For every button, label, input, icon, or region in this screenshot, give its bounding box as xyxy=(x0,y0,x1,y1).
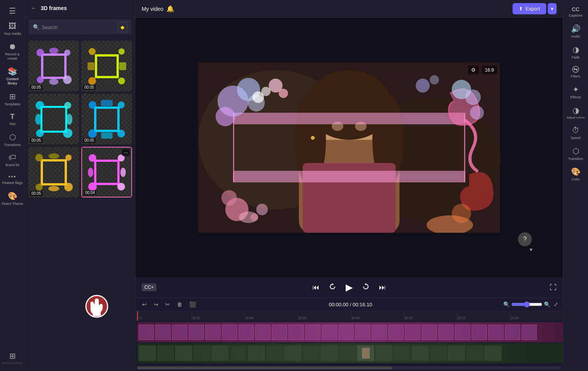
frame-item-2[interactable]: 00:05 xyxy=(81,41,132,91)
sidebar-item-menu[interactable]: ☰ xyxy=(0,3,25,19)
svg-point-33 xyxy=(48,153,59,159)
zoom-out-button[interactable]: 🔍 xyxy=(503,301,510,307)
collapse-down-button[interactable]: ▼ xyxy=(529,247,533,252)
svg-point-11 xyxy=(118,77,125,84)
right-sidebar-item-filters[interactable]: Filters xyxy=(563,62,588,82)
cut-button[interactable]: ✂ xyxy=(163,300,172,309)
svg-point-23 xyxy=(118,101,125,108)
search-icon: 🔍 xyxy=(33,24,39,30)
svg-rect-53 xyxy=(303,163,396,233)
sidebar-item-label: Transitions xyxy=(4,143,21,147)
frame-item-6[interactable]: ··· 00:04 Add to timeline xyxy=(81,147,132,198)
redo-button[interactable]: ↪ xyxy=(152,300,160,309)
export-icon: ⬆ xyxy=(519,6,523,12)
right-sidebar-item-captions[interactable]: CC Captions xyxy=(563,3,588,21)
left-sidebar: ☰ 🖼 Your media ⏺ Record & create 📚 Conte… xyxy=(0,0,25,371)
svg-point-32 xyxy=(64,183,73,191)
frame-item-5[interactable]: 00:05 xyxy=(28,147,79,198)
search-input[interactable] xyxy=(42,24,115,30)
svg-point-9 xyxy=(118,48,125,55)
timeline-ruler: 0 |0:02 |0:04 |0:06 |0:08 |0:10 |0:12 |0… xyxy=(135,311,563,321)
sidebar-item-templates[interactable]: ⊞ Templates xyxy=(0,89,25,110)
expand-timeline-button[interactable]: ⤢ xyxy=(554,301,558,307)
svg-rect-35 xyxy=(95,161,118,184)
right-sidebar-item-color[interactable]: 🎨 Color xyxy=(563,164,588,185)
svg-rect-12 xyxy=(87,62,94,70)
frame-more-button[interactable]: ··· xyxy=(122,149,130,156)
cc-button[interactable]: CC+ xyxy=(142,283,156,291)
play-button[interactable]: ▶ xyxy=(344,280,354,294)
right-sidebar-label: Fade xyxy=(572,55,580,60)
svg-point-82 xyxy=(574,69,575,70)
export-button[interactable]: ⬆ Export xyxy=(513,3,546,14)
track-cell-video[interactable] xyxy=(137,343,563,363)
right-sidebar-item-transition[interactable]: ⬡ Transition xyxy=(563,143,588,164)
timeline-tracks xyxy=(135,321,563,365)
right-sidebar-item-effects[interactable]: ✦ Effects xyxy=(563,82,588,103)
svg-point-25 xyxy=(117,130,125,137)
playhead[interactable] xyxy=(137,311,138,321)
sidebar-item-more[interactable]: ••• Feature flags xyxy=(0,170,25,188)
timeline-area: ↩ ↪ ✂ 🗑 ⬛ 00:00.00 / 00:16.10 🔍 🔍 ⤢ 0 |0… xyxy=(135,297,563,371)
ruler-mark-7: |0:14 xyxy=(510,311,563,321)
frame-item-3[interactable]: 00:05 xyxy=(28,94,79,144)
audio-icon: 🔊 xyxy=(571,24,581,33)
frames-grid: 00:05 00:05 xyxy=(28,41,132,198)
frame-duration-1: 00:05 xyxy=(30,85,43,90)
export-dropdown-button[interactable]: ▾ xyxy=(548,3,557,14)
skip-back-button[interactable]: ⏮ xyxy=(311,282,321,293)
sidebar-item-content-library[interactable]: 📚 Content library xyxy=(0,64,25,89)
right-sidebar-item-fade[interactable]: ◑ Fade xyxy=(563,42,588,63)
svg-point-29 xyxy=(35,154,43,161)
right-sidebar-item-adjust-colors[interactable]: ◑ Adjust colors xyxy=(563,103,588,123)
preview-overlay-top: ⚙ 16:9 xyxy=(468,65,497,74)
frame-duration-5: 00:05 xyxy=(30,191,43,196)
sidebar-item-your-media[interactable]: 🖼 Your media xyxy=(0,19,25,39)
panel-header: ← 3D frames xyxy=(25,0,135,17)
main-area: My video 🔔 ⬆ Export ▾ xyxy=(135,0,563,371)
delete-button[interactable]: 🗑 xyxy=(175,300,184,309)
track-cell[interactable] xyxy=(137,322,563,342)
sidebar-item-record-create[interactable]: ⏺ Record & create xyxy=(0,39,25,64)
fast-forward-button[interactable] xyxy=(360,281,371,294)
back-button[interactable]: ← xyxy=(30,4,38,12)
fade-icon: ◑ xyxy=(573,45,579,54)
right-sidebar-label: Captions xyxy=(569,14,583,18)
sidebar-item-label: Fluent Theme xyxy=(2,202,23,206)
svg-point-18 xyxy=(63,129,72,138)
svg-point-19 xyxy=(35,114,41,125)
right-sidebar-item-speed[interactable]: ⏱ Speed xyxy=(563,123,588,143)
sidebar-item-transitions[interactable]: ⬡ Transitions xyxy=(0,129,25,150)
svg-rect-21 xyxy=(95,108,118,131)
rewind-button[interactable] xyxy=(327,281,338,294)
ruler-mark-3: |0:06 xyxy=(298,311,351,321)
zoom-slider[interactable] xyxy=(511,301,542,307)
frame-item-4[interactable]: 00:05 xyxy=(81,94,132,144)
fullscreen-button[interactable]: ⛶ xyxy=(550,283,557,292)
right-sidebar-item-audio[interactable]: 🔊 Audio xyxy=(563,21,588,42)
aspect-ratio-button[interactable]: 16:9 xyxy=(482,65,497,74)
svg-point-20 xyxy=(66,114,72,125)
track-cells-1 xyxy=(137,322,563,342)
menu-icon: ☰ xyxy=(9,6,16,15)
sidebar-item-brand-kit[interactable]: 🏷 Brand kit xyxy=(0,150,25,170)
save-icon[interactable]: 🔔 xyxy=(166,5,174,12)
preview-settings-button[interactable]: ⚙ xyxy=(468,65,479,74)
help-button[interactable]: ? xyxy=(518,232,532,246)
sidebar-item-text[interactable]: T Text xyxy=(0,110,25,129)
undo-button[interactable]: ↩ xyxy=(140,300,149,309)
premium-button[interactable]: ◆ xyxy=(118,22,127,32)
save-timeline-button[interactable]: ⬛ xyxy=(187,300,198,309)
timeline-toolbar: ↩ ↪ ✂ 🗑 ⬛ 00:00.00 / 00:16.10 🔍 🔍 ⤢ xyxy=(135,298,563,311)
svg-rect-14 xyxy=(41,107,66,132)
scrollbar-thumb[interactable] xyxy=(137,366,392,369)
sidebar-item-fluent-theme[interactable]: 🎨 Fluent Theme xyxy=(0,188,25,209)
ruler-mark-1: |0:02 xyxy=(192,311,245,321)
svg-marker-78 xyxy=(332,283,334,285)
frame-item-1[interactable]: 00:05 xyxy=(28,41,79,91)
zoom-in-button[interactable]: 🔍 xyxy=(544,301,550,307)
svg-point-50 xyxy=(332,122,343,131)
svg-point-38 xyxy=(88,182,97,191)
timeline-scrollbar[interactable] xyxy=(137,366,561,369)
skip-forward-button[interactable]: ⏭ xyxy=(377,282,387,293)
